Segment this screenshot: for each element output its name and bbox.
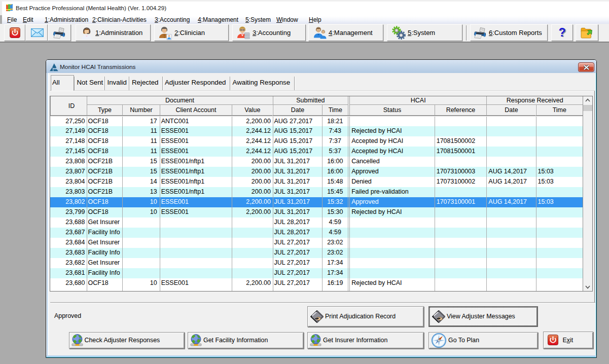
svg-text:?: ? bbox=[558, 27, 565, 39]
